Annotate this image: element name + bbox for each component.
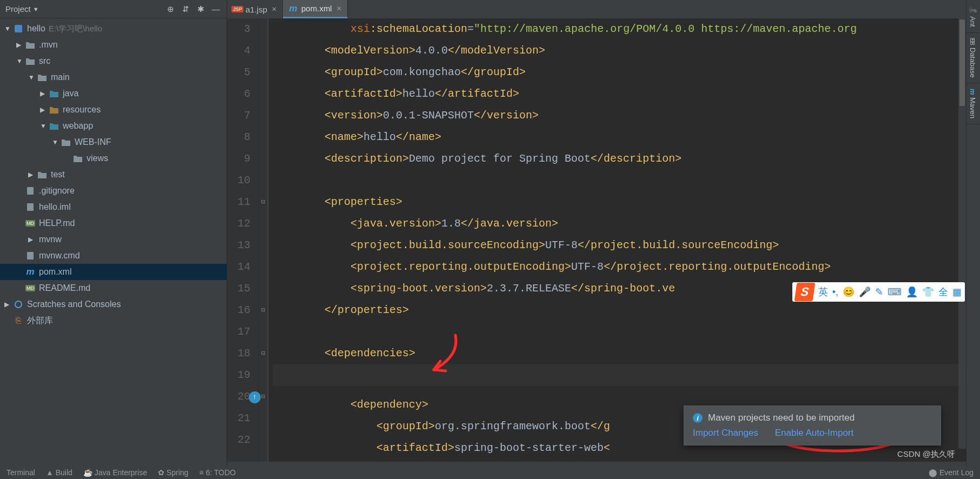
scrollbar-track[interactable] <box>958 18 966 449</box>
code-line-17[interactable] <box>273 321 980 343</box>
close-icon[interactable]: ✕ <box>272 5 277 13</box>
file-md-icon: MD <box>25 283 36 294</box>
code-line-8[interactable]: <name>hello</name> <box>273 127 980 148</box>
tree-arrow-icon[interactable]: ▶ <box>28 171 37 178</box>
tree-node-webapp[interactable]: ▼ webapp <box>0 118 227 134</box>
file-icon <box>25 250 36 261</box>
tree-node-java[interactable]: ▶ java <box>0 85 227 102</box>
right-rail-database[interactable]: 🗄Database <box>966 33 979 84</box>
override-gutter-icon[interactable]: ↑ <box>249 391 261 403</box>
tree-arrow-icon[interactable]: ▼ <box>16 57 25 65</box>
tree-arrow-icon[interactable]: ▼ <box>52 138 61 146</box>
chevron-down-icon[interactable]: ▼ <box>33 6 39 12</box>
tree-node-help-md[interactable]: MD HELP.md <box>0 215 227 231</box>
tree-arrow-icon[interactable]: ▶ <box>16 41 25 49</box>
code-line-12[interactable]: <java.version>1.8</java.version> <box>273 213 980 235</box>
right-tool-rail: 🐜Ant🗄DatabasemMaven <box>966 0 980 479</box>
tree-node--[interactable]: ⎘ 外部库 <box>0 312 227 329</box>
tree-node-src[interactable]: ▼ src <box>0 53 227 69</box>
tree-node-views[interactable]: views <box>0 150 227 167</box>
code-line-14[interactable]: <project.reporting.outputEncoding>UTF-8<… <box>273 256 980 278</box>
tree-node-test[interactable]: ▶ test <box>0 167 227 183</box>
event-log-button[interactable]: ⬤ Event Log <box>929 468 974 477</box>
project-header: Project ▼ ⊕ ⇵ ✱ — <box>0 0 227 18</box>
project-title[interactable]: Project <box>5 4 31 14</box>
ime-button[interactable]: •, <box>832 287 838 298</box>
import-changes-link[interactable]: Import Changes <box>693 428 758 438</box>
status-item[interactable]: ☕ Java Enterprise <box>83 468 147 477</box>
tree-label: main <box>51 72 70 82</box>
project-tree[interactable]: ▼ hello E:\学习吧\hello▶ .mvn ▼ src ▼ main … <box>0 18 227 479</box>
jsp-icon: JSP <box>233 4 242 14</box>
folder-web-icon <box>49 121 59 131</box>
code-line-4[interactable]: <modelVersion>4.0.0</modelVersion> <box>273 40 980 62</box>
code-line-7[interactable]: <version>0.0.1-SNAPSHOT</version> <box>273 105 980 127</box>
hide-icon[interactable]: — <box>210 4 221 15</box>
code-content[interactable]: xsi:schemaLocation="http://maven.apache.… <box>268 18 980 462</box>
tree-node-hello-iml[interactable]: hello.iml <box>0 199 227 215</box>
gear-icon[interactable]: ✱ <box>195 4 206 15</box>
code-line-16[interactable]: </properties> <box>273 300 980 321</box>
tree-node-mvnw[interactable]: ▶ mvnw <box>0 231 227 248</box>
status-item[interactable]: ≡ 6: TODO <box>199 468 236 477</box>
right-rail-maven[interactable]: mMaven <box>966 83 979 124</box>
code-line-18[interactable]: <dependencies> <box>273 343 980 364</box>
code-line-9[interactable]: <description>Demo project for Spring Boo… <box>273 148 980 170</box>
tree-arrow-icon[interactable]: ▶ <box>40 90 49 97</box>
tree-node-web-inf[interactable]: ▼ WEB-INF <box>0 134 227 150</box>
folder-icon <box>37 72 48 83</box>
mvn-icon: m <box>288 4 298 14</box>
tab-pom-xml[interactable]: m pom.xml ✕ <box>283 0 348 18</box>
tree-node-mvnw-cmd[interactable]: mvnw.cmd <box>0 248 227 264</box>
ime-button[interactable]: 英 <box>818 285 828 298</box>
tree-node-main[interactable]: ▼ main <box>0 69 227 85</box>
ime-button[interactable]: 🎤 <box>859 286 871 298</box>
status-item[interactable]: ✿ Spring <box>158 468 188 477</box>
ime-toolbar[interactable]: S 英•,😊🎤✎⌨👤👕全▦ <box>792 282 965 302</box>
tree-arrow-icon[interactable]: ▼ <box>40 122 49 130</box>
code-line-13[interactable]: <project.build.sourceEncoding>UTF-8</pro… <box>273 235 980 256</box>
scratches-icon <box>13 299 24 310</box>
ime-button[interactable]: ✎ <box>875 286 883 298</box>
sogou-logo-icon[interactable]: S <box>794 283 815 301</box>
tree-label: pom.xml <box>39 267 71 277</box>
tree-node--gitignore[interactable]: .gitignore <box>0 183 227 199</box>
ime-button[interactable]: 👕 <box>922 286 934 298</box>
ime-button[interactable]: 👤 <box>906 286 918 298</box>
tree-node--mvn[interactable]: ▶ .mvn <box>0 37 227 53</box>
tree-label: views <box>87 154 108 163</box>
code-line-6[interactable]: <artifactId>hello</artifactId> <box>273 83 980 105</box>
ime-button[interactable]: ▦ <box>952 286 962 298</box>
tree-node-resources[interactable]: ▶ resources <box>0 102 227 118</box>
tree-node-pom-xml[interactable]: m pom.xml <box>0 264 227 280</box>
tree-arrow-icon[interactable]: ▼ <box>4 25 13 32</box>
rail-label: Maven <box>969 97 977 118</box>
tree-label: WEB-INF <box>75 137 111 147</box>
right-rail-ant[interactable]: 🐜Ant <box>966 0 979 33</box>
tree-node-hello[interactable]: ▼ hello E:\学习吧\hello <box>0 21 227 37</box>
tree-node-scratches-and-consoles[interactable]: ▶ Scratches and Consoles <box>0 296 227 312</box>
status-item[interactable]: Terminal <box>6 468 35 477</box>
locate-icon[interactable]: ⊕ <box>165 4 176 15</box>
code-line-19[interactable] <box>273 364 980 386</box>
code-area[interactable]: 3 4 5 6 7 8 9 10 11 12 13 14 15 16 17 18… <box>227 18 980 462</box>
code-line-5[interactable]: <groupId>com.kongchao</groupId> <box>273 62 980 83</box>
code-line-3[interactable]: xsi:schemaLocation="http://maven.apache.… <box>273 18 980 40</box>
status-item[interactable]: ▲ Build <box>46 468 72 477</box>
project-tool-window: Project ▼ ⊕ ⇵ ✱ — ▼ hello E:\学习吧\hello▶ … <box>0 0 227 479</box>
code-line-10[interactable] <box>273 170 980 191</box>
tree-arrow-icon[interactable]: ▶ <box>40 106 49 114</box>
collapse-all-icon[interactable]: ⇵ <box>180 4 191 15</box>
tree-node-readme-md[interactable]: MD README.md <box>0 280 227 296</box>
close-icon[interactable]: ✕ <box>336 5 342 12</box>
tree-label: HELP.md <box>39 218 75 228</box>
tree-arrow-icon[interactable]: ▼ <box>28 74 37 81</box>
ime-button[interactable]: 😊 <box>843 286 855 298</box>
tab-a1-jsp[interactable]: JSP a1.jsp ✕ <box>227 0 283 18</box>
enable-auto-import-link[interactable]: Enable Auto-Import <box>775 428 854 438</box>
tree-arrow-icon[interactable]: ▶ <box>4 301 13 308</box>
scrollbar-thumb[interactable] <box>959 19 965 106</box>
ime-button[interactable]: 全 <box>938 285 948 298</box>
code-line-11[interactable]: <properties> <box>273 191 980 213</box>
ime-button[interactable]: ⌨ <box>888 286 902 298</box>
